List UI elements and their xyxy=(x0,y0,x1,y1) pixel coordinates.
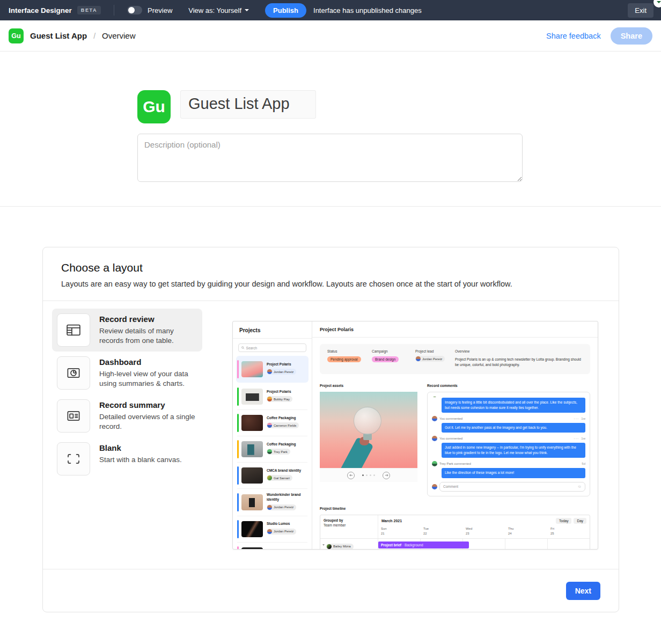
choose-layout-card: Choose a layout Layouts are an easy way … xyxy=(42,247,619,612)
preview-toggle[interactable] xyxy=(127,6,142,14)
comment-input[interactable]: ☺ xyxy=(439,482,585,492)
collaborator-pill: Jordan Peretz xyxy=(267,529,296,535)
record-title: Project Polaris xyxy=(312,321,598,338)
comment-bubble: Imagery is feeling a little bit discombo… xyxy=(442,398,585,413)
record-color-bar xyxy=(237,360,239,378)
project-list-item[interactable]: Project Polaris Bobby Flay xyxy=(237,384,307,409)
card-subheading: Layouts are an easy way to get started b… xyxy=(61,280,600,288)
project-list-item[interactable]: Studio Lumos Jordan Peretz xyxy=(237,516,307,542)
project-lead-pill: Jordan Peretz xyxy=(415,356,445,362)
app-title: Interface Designer xyxy=(9,6,72,14)
layout-option-record-review[interactable]: Record review Review details of many rec… xyxy=(52,309,202,352)
layout-option-record-summary[interactable]: Record summary Detailed overviews of a s… xyxy=(52,394,202,437)
timeline-month: March 2021 xyxy=(381,519,402,523)
record-thumbnail xyxy=(241,521,263,537)
exit-button[interactable]: Exit xyxy=(628,3,653,18)
assets-label: Project assets xyxy=(320,384,417,387)
toggle-knob xyxy=(128,7,135,13)
app-icon-large[interactable]: Gu xyxy=(137,90,171,123)
breadcrumb-bar: Gu Guest List App / Overview Share feedb… xyxy=(0,20,661,52)
timeline-today-button[interactable]: Today xyxy=(556,518,571,524)
project-list-item-partial[interactable] xyxy=(237,542,307,550)
avatar xyxy=(267,397,272,401)
collaborator-pill: Cameron Fields xyxy=(267,422,299,428)
carousel-prev-icon[interactable] xyxy=(347,472,355,479)
publish-button[interactable]: Publish xyxy=(265,3,306,18)
app-icon[interactable]: Gu xyxy=(9,28,24,43)
chevron-down-icon xyxy=(245,9,249,11)
collaborator-pill: Gal Samari xyxy=(267,475,292,481)
preview-projects-sidebar: Projects Project Polaris Jordan Peretz xyxy=(233,321,312,549)
avatar xyxy=(267,529,272,534)
share-feedback-link[interactable]: Share feedback xyxy=(546,32,601,40)
timeline: Grouped by Team member March 2021 Today … xyxy=(320,515,590,550)
record-thumbnail xyxy=(241,361,263,377)
record-thumbnail xyxy=(241,547,263,550)
card-heading: Choose a layout xyxy=(61,261,600,274)
avatar xyxy=(432,436,437,441)
avatar xyxy=(416,356,421,361)
collaborator-pill: Jordan Peretz xyxy=(267,504,296,510)
preview-search-box[interactable] xyxy=(238,343,306,352)
timeline-day-button[interactable]: Day xyxy=(574,518,586,524)
gantt-bar[interactable]: Project brief· Background xyxy=(378,541,469,548)
project-list-item[interactable]: Project Polaris Jordan Peretz xyxy=(236,356,309,383)
comment-meta: You commented ···1w xyxy=(432,436,585,441)
record-color-bar xyxy=(237,546,239,550)
view-as-dropdown[interactable]: View as: Yourself xyxy=(188,6,249,14)
timeline-row: Bailey Mizra Project brief· Background C… xyxy=(320,539,590,550)
record-thumbnail xyxy=(241,494,263,510)
asset-carousel xyxy=(320,468,417,482)
breadcrumb-app-name[interactable]: Guest List App xyxy=(30,31,87,40)
comments-card: Imagery is feeling a little bit discombo… xyxy=(427,392,590,496)
collaborator-pill: Trey Park xyxy=(267,449,290,455)
description-textarea[interactable] xyxy=(137,134,523,182)
chevron-down-icon[interactable] xyxy=(322,544,325,546)
hero-section: Gu Guest List App xyxy=(0,52,661,207)
project-list-item[interactable]: Wunderkinder brand identity Jordan Peret… xyxy=(237,488,307,516)
carousel-dots xyxy=(362,474,375,476)
asset-image xyxy=(320,392,417,468)
next-button[interactable]: Next xyxy=(566,582,600,600)
overflow-icon[interactable]: ··· xyxy=(574,417,579,421)
breadcrumb-page[interactable]: Overview xyxy=(102,31,136,40)
divider xyxy=(114,5,114,16)
layout-option-blank[interactable]: Blank Start with a blank canvas. xyxy=(52,437,202,480)
layout-option-dashboard[interactable]: Dashboard High-level view of your data u… xyxy=(52,352,202,394)
dashboard-icon xyxy=(57,356,90,390)
collaborator-pill: Bobby Flay xyxy=(267,396,292,402)
layout-preview-panel: Projects Project Polaris Jordan Peretz xyxy=(232,321,598,550)
comment-meta: Trey Park commented 5d xyxy=(432,461,585,466)
preview-search-input[interactable] xyxy=(246,346,303,350)
project-list-item[interactable]: Coffee Packaging Cameron Fields xyxy=(237,409,307,436)
blank-icon xyxy=(57,442,90,475)
app-title-input[interactable]: Guest List App xyxy=(180,90,316,119)
comment-bubble: Just added in some new imagery -- in par… xyxy=(442,443,585,458)
record-color-bar xyxy=(237,387,239,406)
share-button[interactable]: Share xyxy=(611,27,652,45)
project-list-item[interactable]: Coffee Packaging Trey Park xyxy=(237,436,307,462)
carousel-next-icon[interactable] xyxy=(383,472,390,479)
record-thumbnail xyxy=(241,415,263,431)
emoji-icon[interactable]: ☺ xyxy=(577,484,582,489)
record-thumbnail xyxy=(241,441,263,457)
preview-label: Preview xyxy=(148,6,172,14)
preview-sidebar-title: Projects xyxy=(233,321,312,339)
campaign-badge: Brand design xyxy=(372,356,399,362)
timeline-label: Project timeline xyxy=(320,507,590,510)
avatar xyxy=(432,416,437,421)
record-thumbnail xyxy=(241,467,263,484)
unpublished-status: Interface has unpublished changes xyxy=(313,6,422,14)
comment-meta: You commented ···1w xyxy=(432,416,585,421)
group-person-pill: Bailey Mizra xyxy=(326,544,354,550)
preview-record-detail: Project Polaris Status Pending approval … xyxy=(312,321,598,549)
record-color-bar xyxy=(237,493,239,511)
overflow-icon[interactable]: ··· xyxy=(574,437,579,441)
project-list-item[interactable]: CMCA brand identity Gal Samari xyxy=(237,462,307,488)
record-summary-icon xyxy=(57,399,90,433)
overview-text: Project Polaris is an up & coming tech n… xyxy=(455,357,583,368)
record-color-bar xyxy=(237,414,239,432)
chevron-down-icon xyxy=(657,1,661,3)
avatar xyxy=(432,484,437,489)
avatar xyxy=(267,423,272,428)
